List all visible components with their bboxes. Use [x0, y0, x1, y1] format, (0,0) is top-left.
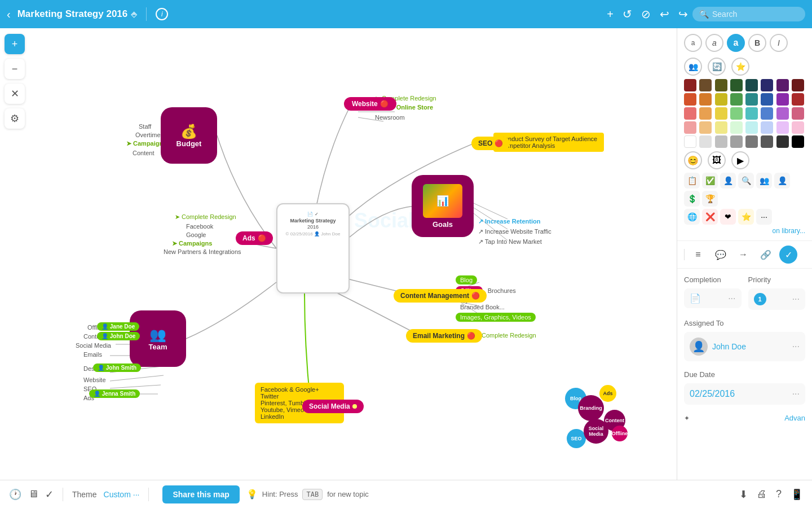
text-style-italic[interactable]: I	[770, 34, 788, 52]
completion-dots[interactable]: ···	[728, 294, 735, 304]
color-swatch[interactable]	[745, 107, 758, 120]
color-swatch[interactable]	[792, 79, 804, 91]
print-icon[interactable]: 🖨	[757, 488, 767, 500]
goals-retention[interactable]: ↗ Increase Retention	[478, 218, 540, 225]
color-swatch[interactable]	[745, 79, 758, 91]
forward-button[interactable]: ↪	[678, 7, 688, 21]
share-button[interactable]: Share this map	[162, 485, 239, 503]
theme-dots[interactable]: ···	[133, 490, 140, 499]
john-doe-badge[interactable]: 👤 John Doe	[97, 332, 140, 340]
color-swatch[interactable]	[761, 93, 773, 106]
magic-button[interactable]: ✦	[684, 414, 690, 422]
text-style-a2[interactable]: a	[705, 34, 723, 52]
ads-campaigns[interactable]: ➤ Campaigns	[172, 240, 212, 247]
goals-node[interactable]: 📊 Goals	[412, 175, 474, 237]
color-swatch[interactable]	[715, 79, 727, 91]
video-button[interactable]: ▶	[731, 151, 749, 169]
add-button[interactable]: +	[607, 8, 614, 21]
back-button[interactable]: ‹	[7, 8, 11, 21]
image-button[interactable]: 🖼	[708, 151, 726, 169]
color-swatch[interactable]	[730, 93, 743, 106]
connect-button[interactable]: ✕	[5, 84, 25, 104]
color-swatch[interactable]	[715, 121, 727, 134]
assigned-dots[interactable]: ···	[792, 341, 800, 352]
color-swatch[interactable]	[699, 93, 712, 106]
color-swatch[interactable]	[776, 121, 789, 134]
color-swatch[interactable]	[715, 135, 727, 148]
zoom-in-button[interactable]: +	[5, 34, 25, 54]
link-button[interactable]: 🔗	[757, 246, 775, 264]
color-swatch[interactable]	[745, 121, 758, 134]
sticker-heart[interactable]: ❤	[720, 209, 736, 225]
color-swatch[interactable]	[761, 79, 773, 91]
sticker-more[interactable]: ···	[756, 209, 772, 225]
color-swatch[interactable]	[761, 121, 773, 134]
priority-item[interactable]: 1 ···	[748, 288, 806, 310]
color-swatch[interactable]	[776, 79, 789, 91]
history-icon[interactable]: 🕐	[9, 488, 21, 501]
comment-button[interactable]: 💬	[712, 246, 730, 264]
color-swatch[interactable]	[792, 135, 804, 148]
jenna-smith-badge[interactable]: 👤 Jenna Smith	[89, 389, 140, 398]
color-swatch[interactable]	[792, 107, 804, 120]
color-swatch[interactable]	[730, 79, 743, 91]
confirm-button[interactable]: ✓	[779, 246, 797, 264]
theme-custom[interactable]: Custom ···	[104, 490, 140, 499]
sticker-user[interactable]: 👤	[720, 173, 736, 189]
color-swatch[interactable]	[730, 107, 743, 120]
center-node[interactable]: Blog Branding Ads Content Offline SEO So…	[276, 203, 350, 294]
settings-button[interactable]: ⚙	[5, 108, 25, 129]
sticker-doc[interactable]: 📋	[684, 173, 700, 189]
color-swatch[interactable]	[792, 121, 804, 134]
menu-button[interactable]: ≡	[689, 246, 707, 264]
info-button[interactable]: i	[156, 8, 168, 20]
sticker-x[interactable]: ❌	[702, 209, 718, 225]
sticker-users[interactable]: 👥	[756, 173, 772, 189]
ads-node[interactable]: Ads🔴	[236, 231, 273, 245]
shape-star-icon[interactable]: ⭐	[731, 58, 749, 76]
color-swatch[interactable]	[684, 93, 696, 106]
assigned-box[interactable]: 👤 John Doe ···	[684, 332, 805, 361]
color-swatch-selected[interactable]	[776, 135, 789, 148]
search-input[interactable]	[712, 10, 797, 19]
color-swatch[interactable]	[699, 79, 712, 91]
color-swatch[interactable]	[684, 107, 696, 120]
advanced-link[interactable]: Advan	[784, 414, 805, 422]
sticker-trophy[interactable]: 🏆	[702, 191, 718, 207]
email-node[interactable]: Email Marketing🔴	[406, 329, 482, 343]
website-node[interactable]: Website🔴	[344, 97, 396, 111]
color-swatch[interactable]	[715, 93, 727, 106]
sticker-dollar[interactable]: 💲	[684, 191, 700, 207]
shape-people-icon[interactable]: 👥	[684, 58, 702, 76]
john-smith-badge[interactable]: 👤 John Smith	[93, 364, 141, 372]
color-swatch[interactable]	[761, 107, 773, 120]
budget-node[interactable]: 💰 Budget	[161, 107, 217, 164]
sticker-person[interactable]: 👤	[774, 173, 790, 189]
arrow-button[interactable]: →	[734, 246, 752, 264]
color-swatch[interactable]	[684, 135, 696, 148]
jane-doe-badge[interactable]: 👤 Jane Doe	[97, 322, 139, 331]
color-swatch[interactable]	[745, 135, 758, 148]
color-swatch[interactable]	[699, 107, 712, 120]
zoom-out-button[interactable]: −	[5, 59, 25, 79]
undo-button[interactable]: ↩	[660, 7, 669, 21]
text-style-a1[interactable]: a	[684, 34, 702, 52]
check-icon[interactable]: ✓	[45, 488, 54, 501]
social-node[interactable]: Social Media	[302, 400, 364, 413]
color-swatch[interactable]	[684, 79, 696, 91]
color-swatch[interactable]	[715, 107, 727, 120]
ban-button[interactable]: ⊘	[641, 7, 651, 21]
color-swatch[interactable]	[699, 135, 712, 148]
color-swatch[interactable]	[730, 135, 743, 148]
sticker-check[interactable]: ✅	[702, 173, 718, 189]
color-swatch[interactable]	[792, 93, 804, 106]
browse-library-link[interactable]: on library...	[684, 227, 805, 235]
text-style-bold[interactable]: B	[748, 34, 766, 52]
color-swatch[interactable]	[699, 121, 712, 134]
help-icon[interactable]: ?	[776, 488, 782, 500]
due-date-dots[interactable]: ···	[792, 389, 800, 399]
monitor-icon[interactable]: 🖥	[28, 488, 38, 500]
text-style-a3[interactable]: a	[727, 34, 745, 52]
color-swatch[interactable]	[776, 107, 789, 120]
priority-dots[interactable]: ···	[792, 294, 800, 304]
